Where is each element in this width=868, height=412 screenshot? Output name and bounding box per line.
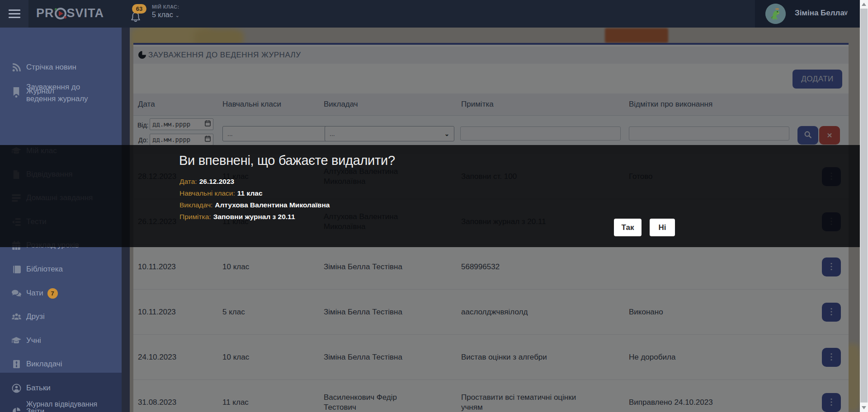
scrollbar-thumb[interactable] (860, 9, 868, 403)
notification-badge: 63 (132, 4, 146, 14)
avatar[interactable] (765, 4, 786, 24)
sidebar-subitem-attendance-journal[interactable]: Журнал відвідування (26, 400, 97, 408)
dialog-field-label: Дата: (179, 178, 197, 185)
sidebar-item-label: Учні (26, 335, 41, 346)
teachers-icon (11, 360, 22, 369)
dialog-field-label: Викладач: (179, 201, 212, 209)
logo-play-icon (55, 8, 66, 19)
delete-confirm-dialog: Ви впевнені, що бажаєте видалити? Дата:2… (0, 145, 860, 247)
students-icon (11, 336, 22, 345)
user-menu[interactable]: Зіміна Белла ∨ (755, 0, 860, 28)
sidebar-item-2[interactable]: Зауваження до ведення журналу (0, 81, 122, 105)
sidebar-item-label: Бібліотека (26, 263, 63, 275)
chevron-down-icon: ∨ (844, 9, 848, 16)
sidebar-item-13[interactable]: Батьки (0, 382, 122, 394)
scroll-down-arrow[interactable] (862, 406, 866, 409)
sidebar-item-12[interactable]: Викладачі (0, 358, 122, 370)
book-icon (11, 265, 22, 274)
chevron-down-icon: ⌄ (175, 12, 179, 19)
dialog-title: Ви впевнені, що бажаєте видалити? (179, 153, 395, 168)
sidebar-item-0[interactable]: Стрічка новин (0, 61, 122, 73)
sidebar-item-label: Батьки (26, 382, 51, 394)
dialog-field-value: Заповни журнал з 20.11 (213, 213, 295, 220)
exclamation-icon (11, 88, 22, 98)
my-class-selector[interactable]: 5 клас ⌄ (152, 11, 179, 19)
dialog-field-label: Навчальні класи: (179, 189, 235, 197)
dialog-field-value: Алтухова Валентина Миколаївна (215, 201, 330, 209)
dialog-field-value: 26.12.2023 (199, 178, 235, 185)
dialog-field-value: 11 клас (237, 189, 263, 197)
top-header: PRSVITA 63 МІЙ КЛАС: 5 клас ⌄ Зіміна Бел… (0, 0, 860, 28)
friends-icon (11, 313, 22, 321)
sidebar-item-9[interactable]: Чати7 (0, 287, 122, 299)
dialog-field: Примітка:Заповни журнал з 20.11 (179, 213, 295, 221)
sidebar-item-label: Зауваження до ведення журналу (26, 81, 103, 105)
rss-icon (11, 63, 22, 72)
dialog-field: Дата:26.12.2023 (179, 178, 234, 186)
sidebar-item-label: Друзі (26, 311, 45, 323)
confirm-no-button[interactable]: Ні (650, 219, 675, 236)
reports-icon (11, 407, 22, 412)
parents-icon (11, 384, 22, 393)
sidebar-item-10[interactable]: Друзі (0, 311, 122, 323)
sidebar-item-label: Стрічка новин (26, 61, 76, 73)
prosvita-logo[interactable]: PRSVITA (36, 6, 104, 20)
dialog-field-label: Примітка: (179, 213, 211, 220)
dialog-field: Викладач:Алтухова Валентина Миколаївна (179, 201, 330, 209)
vertical-scrollbar[interactable] (860, 0, 868, 412)
confirm-yes-button[interactable]: Так (614, 219, 642, 236)
chats-badge: 7 (47, 288, 58, 299)
my-class-label: МІЙ КЛАС: (152, 4, 179, 9)
sidebar-item-8[interactable]: Бібліотека (0, 263, 122, 275)
sidebar-item-label: Викладачі (26, 358, 62, 370)
dialog-field: Навчальні класи:11 клас (179, 189, 263, 197)
sidebar-item-label: Чати (26, 287, 43, 299)
scroll-up-arrow[interactable] (862, 3, 866, 6)
menu-toggle-button[interactable] (0, 0, 28, 28)
chat-icon (11, 289, 22, 298)
user-name: Зіміна Белла (795, 9, 844, 18)
sidebar-item-11[interactable]: Учні (0, 335, 122, 346)
